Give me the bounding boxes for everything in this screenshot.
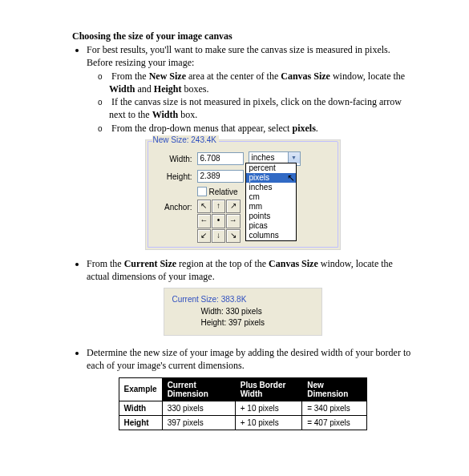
table-row: Height 397 pixels + 10 pixels = 407 pixe…: [119, 415, 366, 430]
anchor-row: Anchor: ↖ ↑ ↗ ← • → ↙ ↓ ↘: [151, 200, 335, 243]
dropdown-option-selected[interactable]: pixels: [246, 173, 296, 183]
dropdown-option[interactable]: percent: [246, 163, 296, 173]
section-heading: Choosing the size of your image canvas: [72, 30, 413, 42]
document-page: Choosing the size of your image canvas F…: [0, 0, 469, 476]
height-label: Height:: [151, 172, 192, 181]
bullet-list-3: Determine the new size of your image by …: [72, 347, 413, 372]
table-cell: 397 pixels: [162, 415, 235, 430]
table-cell: + 10 pixels: [235, 415, 301, 430]
anchor-grid[interactable]: ↖ ↑ ↗ ← • → ↙ ↓ ↘: [197, 200, 241, 243]
sub-bullet-1: From the New Size area at the center of …: [109, 71, 413, 95]
determine-bullet: Determine the new size of your image by …: [87, 347, 413, 372]
anchor-cell[interactable]: ↗: [226, 200, 240, 213]
table-cell: = 340 pixels: [302, 401, 366, 415]
dropdown-option[interactable]: picas: [246, 221, 296, 231]
table-cell: 330 pixels: [162, 401, 235, 415]
table-header: New Dimension: [302, 377, 366, 401]
current-width: Width: 330 pixels: [172, 306, 313, 317]
new-size-panel: New Size: 243.4K Width: 6.708 inches ▼ H…: [145, 139, 341, 250]
table-cell: Width: [119, 401, 162, 415]
current-size-legend: Current Size: 383.8K: [172, 295, 313, 304]
width-input[interactable]: 6.708: [197, 152, 244, 165]
dropdown-option[interactable]: points: [246, 212, 296, 221]
width-label: Width:: [151, 155, 192, 163]
table-header-row: Example Current Dimension Plus Border Wi…: [119, 377, 366, 401]
sub-bullet-3: From the drop-down menus that appear, se…: [109, 123, 413, 135]
anchor-cell[interactable]: →: [226, 214, 240, 228]
anchor-cell[interactable]: ↑: [212, 200, 225, 213]
current-size-panel: Current Size: 383.8K Width: 330 pixels H…: [164, 288, 322, 336]
chevron-down-icon[interactable]: ▼: [288, 152, 300, 163]
table-cell: = 407 pixels: [302, 415, 366, 430]
current-height: Height: 397 pixels: [172, 317, 313, 329]
sub-bullet-list: From the New Size area at the center of …: [87, 71, 413, 135]
anchor-cell[interactable]: ↓: [212, 229, 225, 243]
height-input[interactable]: 2.389: [197, 170, 244, 183]
dropdown-option[interactable]: cm: [246, 192, 296, 202]
dropdown-option[interactable]: inches: [246, 183, 296, 192]
width-row: Width: 6.708 inches ▼: [151, 151, 335, 166]
table-header: Plus Border Width: [235, 377, 301, 401]
bullet-list: For best results, you'll want to make su…: [72, 44, 413, 135]
height-row: Height: 2.389 ▼: [151, 169, 335, 184]
unit-dropdown[interactable]: percent pixels inches cm mm points picas…: [245, 163, 297, 241]
table-header: Example: [119, 377, 162, 401]
anchor-cell[interactable]: •: [212, 214, 225, 228]
intro-bullet: For best results, you'll want to make su…: [87, 44, 413, 135]
anchor-label: Anchor:: [151, 203, 192, 212]
relative-checkbox[interactable]: [197, 187, 207, 196]
relative-label: Relative: [209, 188, 238, 196]
table-cell: + 10 pixels: [235, 401, 301, 415]
anchor-cell[interactable]: ↖: [197, 200, 211, 213]
anchor-cell[interactable]: ↙: [197, 229, 211, 243]
table-row: Width 330 pixels + 10 pixels = 340 pixel…: [119, 401, 366, 415]
anchor-cell[interactable]: ↘: [226, 229, 240, 243]
dropdown-option[interactable]: mm: [246, 202, 296, 212]
anchor-cell[interactable]: ←: [197, 214, 211, 228]
example-table: Example Current Dimension Plus Border Wi…: [119, 377, 367, 430]
dropdown-option[interactable]: columns: [246, 231, 296, 240]
table-header: Current Dimension: [162, 377, 235, 401]
table-cell: Height: [119, 415, 162, 430]
bullet-list-2: From the Current Size region at the top …: [72, 258, 413, 283]
sub-bullet-2: If the canvas size is not measured in pi…: [109, 96, 413, 121]
current-size-bullet: From the Current Size region at the top …: [87, 258, 413, 283]
